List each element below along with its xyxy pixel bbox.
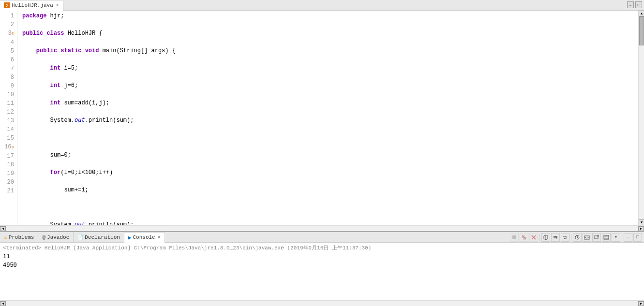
code-editor[interactable]: package hjr; public class HelloHJR { pub… — [17, 11, 638, 225]
console-horizontal-scrollbar[interactable]: ◀ ▶ — [0, 300, 644, 306]
terminate-all-button[interactable] — [529, 233, 538, 242]
tab-declaration[interactable]: 📄 Declaration — [74, 232, 124, 243]
select-console-button[interactable] — [602, 233, 611, 242]
console-tab-bar: ⚠ Problems @ Javadoc 📄 Declaration ▶ Con… — [0, 232, 644, 243]
line-number-5: 5 — [4, 47, 14, 56]
hscroll-right-arrow[interactable]: ▶ — [638, 226, 644, 231]
code-line-7: System.out.println(sum); — [21, 116, 638, 125]
code-line-4: int i=5; — [21, 64, 638, 73]
java-file-icon: J — [4, 2, 10, 8]
minimize-button[interactable]: – — [627, 1, 634, 8]
line-number-6: 6 — [4, 56, 14, 64]
word-wrap-button[interactable] — [561, 233, 569, 242]
line-number-9: 9 — [4, 82, 14, 90]
console-hscroll-right[interactable]: ▶ — [638, 301, 644, 306]
console-status-line: <terminated> HelloHJR [Java Application]… — [3, 244, 641, 252]
panel-minimize-button[interactable]: – — [624, 233, 632, 242]
console-output: <terminated> HelloHJR [Java Application]… — [0, 243, 644, 300]
code-area[interactable]: 123⊙45678910111213141516⊙1718192021 pack… — [0, 11, 644, 225]
pin-console-button[interactable] — [573, 233, 582, 242]
line-number-14: 14 — [4, 125, 14, 134]
line-number-7: 7 — [4, 64, 14, 73]
tab-problems-label: Problems — [9, 234, 34, 240]
console-output-line2: 4950 — [3, 261, 641, 270]
tab-close-button[interactable]: × — [56, 3, 59, 8]
scroll-down-arrow[interactable]: ▼ — [639, 219, 644, 225]
tab-javadoc[interactable]: @ Javadoc — [38, 232, 74, 243]
code-line-10: for(i=0;i<100;i++) — [21, 168, 638, 177]
line-number-1: 1 — [4, 12, 14, 20]
line-number-19: 19 — [4, 169, 14, 178]
line-number-10: 10 — [4, 90, 14, 99]
scroll-thumb[interactable] — [639, 16, 644, 45]
main-container: J HelloHJR.java × – □ 123⊙45678910111213… — [0, 0, 644, 306]
tab-label: HelloHJR.java — [12, 2, 53, 8]
console-toolbar: ▾ – □ — [510, 233, 644, 242]
code-line-12 — [21, 203, 638, 212]
tab-bar: J HelloHJR.java × – □ — [0, 0, 644, 11]
editor-tab[interactable]: J HelloHJR.java × — [0, 0, 63, 11]
svg-point-11 — [577, 237, 578, 238]
scroll-lock-button[interactable] — [551, 233, 560, 242]
vertical-scrollbar[interactable]: ▲ ▼ — [638, 11, 644, 225]
code-line-11: sum+=i; — [21, 186, 638, 194]
panel-maximize-button[interactable]: □ — [633, 233, 642, 242]
window-controls: – □ — [627, 1, 642, 8]
maximize-button[interactable]: □ — [635, 1, 642, 8]
stop-all-button[interactable] — [510, 233, 519, 242]
code-line-5: int j=6; — [21, 81, 638, 90]
line-number-17: 17 — [4, 152, 14, 160]
editor-body: 123⊙45678910111213141516⊙1718192021 pack… — [0, 11, 644, 306]
console-close-btn[interactable]: × — [158, 235, 161, 240]
tab-console[interactable]: ▶ Console × — [124, 232, 165, 243]
line-number-4: 4 — [4, 38, 14, 47]
console-icon: ▶ — [128, 234, 132, 241]
code-line-3: public static void main(String[] args) { — [21, 46, 638, 55]
line-number-16: 16⊙ — [4, 143, 14, 152]
problems-icon: ⚠ — [4, 234, 7, 240]
toolbar-separator-1 — [539, 234, 540, 241]
javadoc-icon: @ — [42, 234, 45, 240]
console-menu-button[interactable]: ▾ — [612, 233, 620, 242]
code-line-13: System.out.println(sum); — [21, 220, 638, 225]
svg-rect-0 — [512, 235, 516, 239]
code-line-8 — [21, 133, 638, 142]
line-number-21: 21 — [4, 187, 14, 195]
code-line-1: package hjr; — [21, 12, 638, 20]
terminate-button[interactable] — [520, 233, 528, 242]
line-number-20: 20 — [4, 178, 14, 187]
tab-console-label: Console — [133, 234, 155, 240]
open-console-button[interactable] — [583, 233, 591, 242]
svg-rect-13 — [594, 236, 598, 239]
line-number-3: 3⊙ — [4, 29, 14, 38]
line-numbers: 123⊙45678910111213141516⊙1718192021 — [0, 11, 17, 225]
toolbar-separator-3 — [622, 234, 622, 241]
tab-javadoc-label: Javadoc — [47, 234, 69, 240]
line-number-2: 2 — [4, 20, 14, 29]
svg-rect-12 — [584, 236, 589, 239]
console-hscroll-left[interactable]: ◀ — [0, 301, 6, 306]
line-number-11: 11 — [4, 99, 14, 108]
line-number-12: 12 — [4, 108, 14, 117]
hscroll-left-arrow[interactable]: ◀ — [0, 226, 6, 231]
declaration-icon: 📄 — [77, 234, 83, 240]
console-output-line1: 11 — [3, 252, 641, 261]
new-console-button[interactable] — [592, 233, 601, 242]
scroll-up-arrow[interactable]: ▲ — [639, 11, 644, 16]
line-number-18: 18 — [4, 160, 14, 169]
code-line-6: int sum=add(i,j); — [21, 99, 638, 107]
line-number-8: 8 — [4, 73, 14, 82]
code-line-2: public class HelloHJR { — [21, 29, 638, 38]
tab-problems[interactable]: ⚠ Problems — [0, 232, 38, 243]
svg-rect-16 — [604, 235, 609, 239]
toolbar-separator-2 — [571, 234, 571, 241]
bottom-panel: ⚠ Problems @ Javadoc 📄 Declaration ▶ Con… — [0, 231, 644, 306]
tab-declaration-label: Declaration — [85, 234, 120, 240]
horizontal-scrollbar[interactable]: ◀ ▶ — [0, 225, 644, 231]
code-line-9: sum=0; — [21, 151, 638, 160]
clear-console-button[interactable] — [541, 233, 550, 242]
line-number-15: 15 — [4, 134, 14, 143]
line-number-13: 13 — [4, 117, 14, 125]
